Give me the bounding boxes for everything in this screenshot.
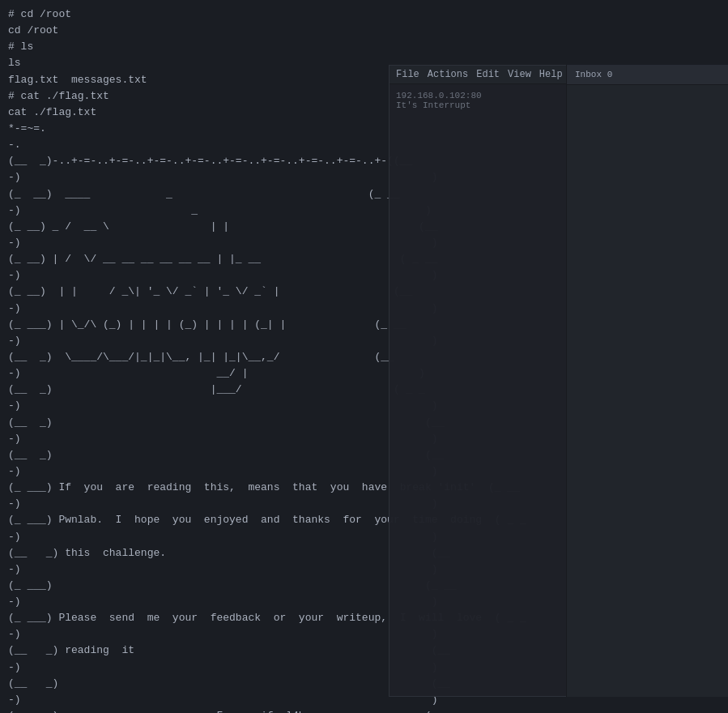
terminal-line: cd /root [8, 23, 720, 39]
right-panel-header: Inbox 0 [567, 65, 728, 85]
right-panel-title: Inbox [575, 70, 602, 79]
terminal-line: (__ _) For sniferl4bs.com (__ [8, 708, 720, 713]
overlay-menu-file[interactable]: File [396, 69, 419, 80]
terminal-line: # cd /root [8, 6, 720, 23]
overlay-menu-help[interactable]: Help [539, 69, 563, 80]
inbox-count: 0 [607, 70, 613, 79]
overlay-menu-actions[interactable]: Actions [428, 69, 468, 80]
overlay-menu-edit[interactable]: Edit [476, 69, 500, 80]
overlay-menu-view[interactable]: View [508, 69, 531, 80]
right-side-panel: Inbox 0 [566, 65, 728, 697]
terminal-line: # ls [8, 39, 720, 55]
